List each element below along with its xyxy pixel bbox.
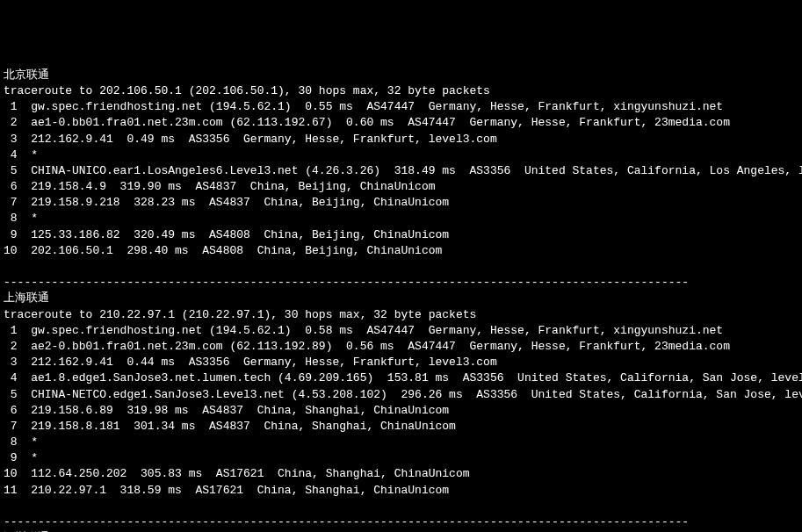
hop-line: 11 210.22.97.1 318.59 ms AS17621 China, …	[4, 483, 798, 499]
hop-line: 9 125.33.186.82 320.49 ms AS4808 China, …	[4, 227, 798, 243]
terminal-output: 北京联通traceroute to 202.106.50.1 (202.106.…	[4, 68, 798, 532]
hop-line: 5 CHINA-NETCO.edge1.SanJose3.Level3.net …	[4, 387, 798, 403]
blank-line	[4, 499, 798, 514]
hop-line: 3 212.162.9.41 0.44 ms AS3356 Germany, H…	[4, 355, 798, 370]
traceroute-header: traceroute to 202.106.50.1 (202.106.50.1…	[4, 83, 798, 99]
hop-line: 1 gw.spec.friendhosting.net (194.5.62.1)…	[4, 323, 798, 339]
section-title: 上海联通	[4, 291, 798, 306]
title-text: 上海联通	[4, 291, 49, 305]
divider-line: ----------------------------------------…	[4, 514, 798, 530]
hop-line: 5 CHINA-UNICO.ear1.LosAngeles6.Level3.ne…	[4, 163, 798, 179]
hop-line: 10 112.64.250.202 305.83 ms AS17621 Chin…	[4, 466, 798, 482]
hop-line: 7 219.158.9.218 328.23 ms AS4837 China, …	[4, 195, 798, 211]
hop-line: 2 ae1-0.bb01.fra01.net.23m.com (62.113.1…	[4, 115, 798, 131]
hop-line: 6 219.158.4.9 319.90 ms AS4837 China, Be…	[4, 179, 798, 195]
divider-line: ----------------------------------------…	[4, 275, 798, 291]
title-text: 北京联通	[4, 68, 49, 82]
hop-line: 8 *	[4, 435, 798, 450]
hop-line: 4 ae1.8.edge1.SanJose3.net.lumen.tech (4…	[4, 370, 798, 386]
traceroute-header: traceroute to 210.22.97.1 (210.22.97.1),…	[4, 307, 798, 323]
hop-line: 6 219.158.6.89 319.98 ms AS4837 China, S…	[4, 403, 798, 419]
hop-line: 7 219.158.8.181 301.34 ms AS4837 China, …	[4, 419, 798, 435]
hop-line: 4 *	[4, 147, 798, 163]
hop-line: 2 ae2-0.bb01.fra01.net.23m.com (62.113.1…	[4, 339, 798, 355]
hop-line: 3 212.162.9.41 0.49 ms AS3356 Germany, H…	[4, 132, 798, 147]
blank-line	[4, 259, 798, 275]
hop-line: 8 *	[4, 211, 798, 226]
hop-line: 9 *	[4, 450, 798, 466]
hop-line: 10 202.106.50.1 298.40 ms AS4808 China, …	[4, 243, 798, 259]
hop-line: 1 gw.spec.friendhosting.net (194.5.62.1)…	[4, 99, 798, 115]
section-title: 北京联通	[4, 68, 798, 83]
